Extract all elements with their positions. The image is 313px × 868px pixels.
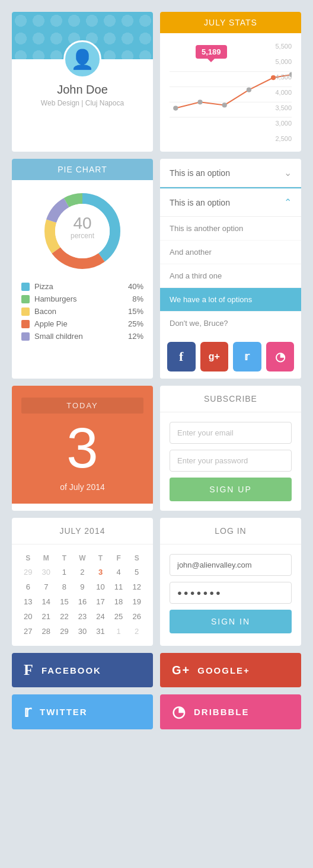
- cal-day[interactable]: 9: [74, 579, 92, 594]
- cal-header-mon: M: [37, 552, 56, 565]
- svg-point-5: [197, 100, 202, 104]
- login-body: SIGN IN: [160, 544, 301, 643]
- dropdown-option-3[interactable]: And a third one: [160, 264, 301, 288]
- subscribe-password-input[interactable]: [170, 450, 292, 472]
- sign-in-button[interactable]: SIGN IN: [170, 610, 292, 633]
- legend-bacon: Bacon 15%: [21, 307, 143, 316]
- facebook-icon: f: [24, 661, 34, 679]
- cal-day[interactable]: 15: [55, 594, 74, 609]
- cal-day[interactable]: 30: [74, 624, 92, 639]
- twitter-icon-button[interactable]: 𝕣: [233, 342, 261, 371]
- dribbble-icon-button[interactable]: ◔: [266, 342, 295, 371]
- facebook-button[interactable]: f FACEBOOK: [12, 653, 153, 687]
- bottom-socials: f FACEBOOK g+ GOOGLE+ 𝕣 TWITTER ◔ DRIBBB…: [12, 653, 301, 729]
- chevron-up-icon: ⌃: [284, 197, 292, 208]
- cal-header-wed: W: [74, 552, 92, 565]
- stats-title: JULY STATS: [160, 12, 301, 33]
- today-inner: TODAY 3 of July 2014: [12, 386, 153, 504]
- cal-day[interactable]: 18: [110, 594, 128, 609]
- dropdown-option-5[interactable]: Don't we, Bruce?: [160, 312, 301, 335]
- cal-day[interactable]: 22: [55, 609, 74, 624]
- sign-up-button[interactable]: SIGN UP: [170, 478, 292, 501]
- cal-day[interactable]: 14: [37, 594, 56, 609]
- cal-day: 1: [110, 624, 128, 639]
- legend-pizza: Pizza 40%: [21, 282, 143, 291]
- cal-day[interactable]: 7: [37, 579, 56, 594]
- dropdown-closed-label: This is an option: [170, 168, 230, 178]
- calendar-body: S M T W T F S 29 30 1 2 3: [12, 544, 153, 646]
- cal-day[interactable]: 19: [127, 594, 146, 609]
- today-sub: of July 2014: [21, 482, 143, 492]
- login-email-input[interactable]: [170, 554, 292, 576]
- stats-body: 5,189 5,500 5,000 4,500: [160, 33, 301, 152]
- today-number: 3: [21, 419, 143, 476]
- dribbble-label: DRIBBBLE: [194, 707, 250, 717]
- cal-header-sat: S: [127, 552, 146, 565]
- cal-day[interactable]: 1: [55, 565, 74, 579]
- today-card: TODAY 3 of July 2014: [12, 386, 153, 511]
- svg-text:percent: percent: [71, 232, 95, 240]
- cal-day[interactable]: 31: [91, 624, 110, 639]
- dribbble-button[interactable]: ◔ DRIBBBLE: [160, 694, 301, 729]
- dropdown-card: This is an option ⌄ This is an option ⌃ …: [160, 159, 301, 379]
- cal-day: 29: [19, 565, 37, 579]
- cal-day[interactable]: 29: [55, 624, 74, 639]
- subscribe-email-input[interactable]: [170, 422, 292, 444]
- cal-day[interactable]: 13: [19, 594, 37, 609]
- svg-point-6: [222, 103, 227, 107]
- cal-day[interactable]: 20: [19, 609, 37, 624]
- cal-day[interactable]: 25: [110, 609, 128, 624]
- calendar-card: JULY 2014 S M T W T F S 29: [12, 518, 153, 646]
- dropdown-open-header[interactable]: This is an option ⌃: [160, 188, 301, 217]
- cal-day[interactable]: 6: [19, 579, 37, 594]
- cal-day[interactable]: 24: [91, 609, 110, 624]
- cal-day[interactable]: 5: [127, 565, 146, 579]
- login-title: LOG IN: [160, 518, 301, 544]
- googleplus-button[interactable]: g+ GOOGLE+: [160, 653, 301, 687]
- login-password-input[interactable]: [170, 582, 292, 604]
- cal-week-2: 6 7 8 9 10 11 12: [19, 579, 146, 594]
- cal-day[interactable]: 16: [74, 594, 92, 609]
- cal-day[interactable]: 21: [37, 609, 56, 624]
- pie-svg: 40 percent: [41, 190, 124, 273]
- chevron-down-icon: ⌄: [284, 167, 292, 178]
- cal-header-tue: T: [55, 552, 74, 565]
- svg-text:40: 40: [73, 214, 91, 232]
- cal-day[interactable]: 26: [127, 609, 146, 624]
- user-icon: 👤: [71, 48, 94, 71]
- googleplus-icon-button[interactable]: g+: [200, 342, 229, 371]
- cal-day[interactable]: 4: [110, 565, 128, 579]
- profile-card: 👤 John Doe Web Design | Cluj Napoca: [12, 12, 153, 152]
- dropdown-option-4[interactable]: We have a lot of options: [160, 288, 301, 312]
- social-icons-row: f g+ 𝕣 ◔: [160, 335, 301, 379]
- cal-day[interactable]: 10: [91, 579, 110, 594]
- legend-small-children: Small children 12%: [21, 332, 143, 341]
- dropdown-option-2[interactable]: And another: [160, 241, 301, 264]
- cal-day[interactable]: 23: [74, 609, 92, 624]
- cal-week-1: 29 30 1 2 3 4 5: [19, 565, 146, 579]
- cal-day-today[interactable]: 3: [91, 565, 110, 579]
- calendar-title: JULY 2014: [12, 518, 153, 544]
- twitter-label: TWITTER: [40, 707, 88, 717]
- dropdown-option-1[interactable]: This is another option: [160, 217, 301, 241]
- cal-day[interactable]: 8: [55, 579, 74, 594]
- today-label: TODAY: [21, 398, 143, 414]
- cal-day[interactable]: 12: [127, 579, 146, 594]
- cal-day[interactable]: 28: [37, 624, 56, 639]
- calendar-grid: S M T W T F S 29 30 1 2 3: [19, 552, 146, 639]
- legend-apple-pie: Apple Pie 25%: [21, 319, 143, 328]
- twitter-button[interactable]: 𝕣 TWITTER: [12, 694, 153, 729]
- stats-badge: 5,189: [196, 45, 227, 59]
- dropdown-closed[interactable]: This is an option ⌄: [160, 159, 301, 187]
- cal-header-sun: S: [19, 552, 37, 565]
- login-card: LOG IN SIGN IN: [160, 518, 301, 646]
- cal-header-fri: F: [110, 552, 128, 565]
- profile-banner: 👤: [12, 12, 153, 59]
- cal-day[interactable]: 17: [91, 594, 110, 609]
- cal-day[interactable]: 27: [19, 624, 37, 639]
- subscribe-card: SUBSCRIBE SIGN UP: [160, 386, 301, 511]
- twitter-icon: 𝕣: [24, 703, 33, 721]
- cal-day[interactable]: 11: [110, 579, 128, 594]
- cal-day[interactable]: 2: [74, 565, 92, 579]
- facebook-icon-button[interactable]: f: [167, 342, 196, 371]
